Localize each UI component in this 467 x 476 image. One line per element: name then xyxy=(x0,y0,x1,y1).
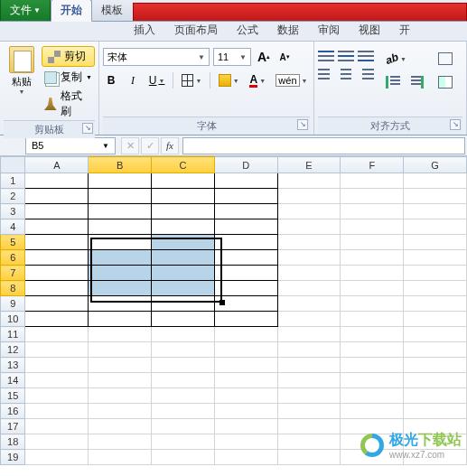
col-header[interactable]: A xyxy=(25,157,89,173)
formula-input[interactable] xyxy=(182,137,465,154)
cancel-fx-button[interactable]: ✕ xyxy=(121,137,139,154)
cell[interactable] xyxy=(341,235,404,250)
tab-formula[interactable]: 公式 xyxy=(228,20,268,41)
cell[interactable] xyxy=(341,327,404,342)
italic-button[interactable]: I xyxy=(125,71,141,89)
cell[interactable] xyxy=(89,189,152,204)
dialog-launcher-icon[interactable]: ↘ xyxy=(450,119,461,130)
cell[interactable] xyxy=(89,173,152,189)
row-header[interactable]: 16 xyxy=(1,404,25,419)
cell[interactable] xyxy=(277,235,341,250)
cell[interactable] xyxy=(277,312,341,327)
cell[interactable] xyxy=(152,312,215,327)
cell[interactable] xyxy=(341,296,404,312)
cell[interactable] xyxy=(341,219,404,235)
wrap-text-button[interactable] xyxy=(435,50,455,68)
format-painter-button[interactable]: 格式刷 xyxy=(42,88,95,120)
cell[interactable] xyxy=(341,312,404,327)
cell[interactable] xyxy=(89,327,152,342)
name-box[interactable]: B5 ▼ xyxy=(25,137,116,154)
cell[interactable] xyxy=(89,358,152,373)
border-button[interactable]: ▼ xyxy=(179,71,204,89)
cell[interactable] xyxy=(341,358,404,373)
row-header[interactable]: 11 xyxy=(1,327,25,342)
cell[interactable] xyxy=(277,266,341,281)
cell[interactable] xyxy=(277,450,341,465)
cell[interactable] xyxy=(277,388,341,404)
cell[interactable] xyxy=(152,266,215,281)
cell[interactable] xyxy=(25,173,89,189)
cell[interactable] xyxy=(152,296,215,312)
cell[interactable] xyxy=(152,434,215,450)
cell[interactable] xyxy=(25,189,89,204)
cell[interactable] xyxy=(341,281,404,296)
cell[interactable] xyxy=(214,281,277,296)
col-header[interactable]: E xyxy=(277,157,341,173)
col-header[interactable]: D xyxy=(214,157,277,173)
cell[interactable] xyxy=(152,327,215,342)
row-header[interactable]: 3 xyxy=(1,204,25,219)
increase-indent-button[interactable] xyxy=(406,73,426,91)
tab-home[interactable]: 开始 xyxy=(51,0,92,22)
cell[interactable] xyxy=(25,235,89,250)
cell[interactable] xyxy=(89,204,152,219)
cell[interactable] xyxy=(277,434,341,450)
tab-template[interactable]: 模板 xyxy=(92,0,133,21)
cell[interactable] xyxy=(214,388,277,404)
row-header[interactable]: 13 xyxy=(1,358,25,373)
cell[interactable] xyxy=(214,419,277,434)
align-right-button[interactable] xyxy=(358,68,374,80)
phonetic-button[interactable]: wén▼ xyxy=(274,71,310,89)
cell[interactable] xyxy=(25,434,89,450)
row-header[interactable]: 10 xyxy=(1,312,25,327)
align-middle-button[interactable] xyxy=(338,50,354,62)
row-header[interactable]: 1 xyxy=(1,173,25,189)
font-name-combo[interactable]: 宋体 ▼ xyxy=(103,48,210,66)
fill-color-button[interactable]: ▼ xyxy=(216,71,241,89)
cell[interactable] xyxy=(277,173,341,189)
cell[interactable] xyxy=(152,250,215,266)
merge-button[interactable] xyxy=(435,73,455,91)
cell[interactable] xyxy=(404,250,467,266)
cell[interactable] xyxy=(277,373,341,388)
align-center-button[interactable] xyxy=(338,68,354,80)
cell[interactable] xyxy=(214,296,277,312)
cell[interactable] xyxy=(89,266,152,281)
cut-button[interactable]: 剪切 xyxy=(42,46,95,67)
cell[interactable] xyxy=(404,296,467,312)
tab-more[interactable]: 开 xyxy=(390,20,420,41)
underline-button[interactable]: U▼ xyxy=(146,71,167,89)
cell[interactable] xyxy=(277,281,341,296)
row-header[interactable]: 7 xyxy=(1,266,25,281)
cell[interactable] xyxy=(404,204,467,219)
cell[interactable] xyxy=(25,342,89,358)
align-left-button[interactable] xyxy=(318,68,334,80)
paste-button[interactable]: 粘贴 ▼ xyxy=(5,46,38,95)
enter-fx-button[interactable]: ✓ xyxy=(141,137,159,154)
cell[interactable] xyxy=(404,173,467,189)
cell[interactable] xyxy=(25,388,89,404)
tab-layout[interactable]: 页面布局 xyxy=(165,20,228,41)
cell[interactable] xyxy=(404,312,467,327)
spreadsheet-grid[interactable]: A B C D E F G 12345678910111213141516171… xyxy=(0,156,467,465)
cell[interactable] xyxy=(25,204,89,219)
cell[interactable] xyxy=(89,281,152,296)
cell[interactable] xyxy=(89,296,152,312)
cell[interactable] xyxy=(89,419,152,434)
cell[interactable] xyxy=(277,296,341,312)
row-header[interactable]: 8 xyxy=(1,281,25,296)
cell[interactable] xyxy=(25,312,89,327)
cell[interactable] xyxy=(214,204,277,219)
cell[interactable] xyxy=(89,373,152,388)
cell[interactable] xyxy=(341,173,404,189)
cell[interactable] xyxy=(404,189,467,204)
cell[interactable] xyxy=(341,204,404,219)
cell[interactable] xyxy=(404,219,467,235)
cell[interactable] xyxy=(341,189,404,204)
cell[interactable] xyxy=(152,281,215,296)
fx-button[interactable]: fx xyxy=(161,137,179,154)
cell[interactable] xyxy=(152,358,215,373)
row-header[interactable]: 4 xyxy=(1,219,25,235)
cell[interactable] xyxy=(25,450,89,465)
cell[interactable] xyxy=(25,404,89,419)
